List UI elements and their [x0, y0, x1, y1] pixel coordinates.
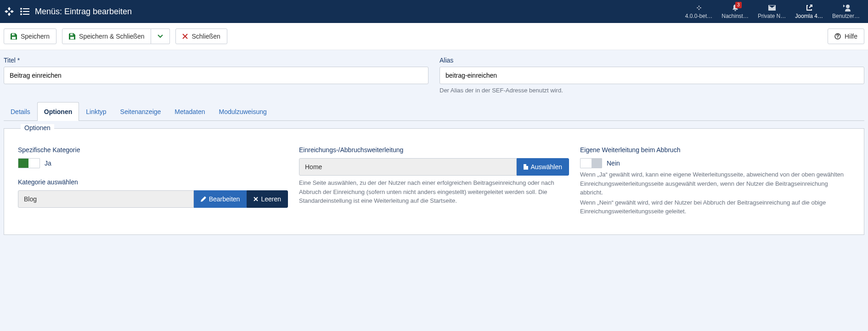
envelope-icon [768, 4, 776, 12]
page-title: Menüs: Eintrag bearbeiten [35, 7, 132, 17]
header-item-version[interactable]: 4.0.0-bet… [681, 0, 717, 23]
clear-category-label: Leeren [261, 195, 281, 203]
custom-cancel-toggle[interactable] [580, 158, 602, 168]
svg-point-0 [20, 8, 22, 10]
save-icon [11, 33, 17, 40]
edit-category-button[interactable]: Bearbeiten [194, 190, 247, 208]
header-item-label: Benutzer… [832, 13, 860, 19]
header-right: 4.0.0-bet… 3 Nachinst… Private N… Joomla… [681, 0, 864, 23]
header-item-user[interactable]: Benutzer… [828, 0, 864, 23]
option-col-1: Spezifische Kategorie Ja Kategorie auswä… [18, 143, 288, 216]
close-icon [182, 34, 188, 39]
custom-cancel-toggle-wrap: Nein [580, 158, 850, 168]
close-button[interactable]: Schließen [175, 29, 227, 44]
header-item-label: Joomla 4… [795, 13, 823, 19]
times-icon [254, 197, 258, 201]
header-item-label: Nachinst… [721, 13, 749, 19]
save-button-label: Speichern [21, 33, 50, 40]
header-left: Menüs: Eintrag bearbeiten [4, 6, 681, 17]
alias-input[interactable] [440, 67, 864, 84]
save-close-button-label: Speichern & Schließen [79, 33, 144, 40]
option-grid: Spezifische Kategorie Ja Kategorie auswä… [18, 143, 850, 216]
fieldset-legend: Optionen [21, 124, 54, 131]
custom-cancel-hint1: Wenn „Ja“ gewählt wird, kann eine eigene… [580, 170, 850, 197]
tab-details[interactable]: Details [4, 102, 37, 121]
svg-rect-3 [23, 11, 29, 12]
save-button[interactable]: Speichern [4, 29, 56, 44]
help-button[interactable]: Hilfe [828, 29, 864, 44]
tabs: Details Optionen Linktyp Seitenanzeige M… [4, 102, 864, 121]
tab-seitenanzeige[interactable]: Seitenanzeige [113, 102, 168, 121]
title-label: Titel * [4, 57, 428, 64]
chevron-down-icon [158, 34, 163, 38]
menu-toggle-icon[interactable] [20, 8, 29, 15]
header-item-site[interactable]: Joomla 4… [790, 0, 828, 23]
redirect-select-button[interactable]: Auswählen [517, 158, 569, 176]
edit-icon [201, 196, 206, 202]
tab-metadaten[interactable]: Metadaten [168, 102, 212, 121]
bell-icon: 3 [732, 4, 739, 12]
option-col-3: Eigene Weiterleitung beim Abbruch Nein W… [580, 143, 850, 216]
tab-optionen[interactable]: Optionen [37, 102, 79, 121]
file-icon [524, 164, 528, 170]
header-item-postinstall[interactable]: 3 Nachinst… [717, 0, 753, 23]
save-icon [69, 33, 75, 40]
select-category-group: Blog Bearbeiten Leeren [18, 190, 288, 208]
select-category-label: Kategorie auswählen [18, 178, 288, 186]
title-field-col: Titel * [4, 57, 428, 94]
custom-cancel-state: Nein [607, 160, 620, 167]
header-bar: Menüs: Eintrag bearbeiten 4.0.0-bet… 3 N… [0, 0, 868, 23]
header-item-label: 4.0.0-bet… [685, 13, 712, 19]
title-input[interactable] [4, 67, 428, 84]
option-col-2: Einreichungs-/Abbruchsweiterleitung Home… [299, 143, 569, 216]
help-button-label: Hilfe [845, 33, 857, 40]
redirect-select-label: Auswählen [531, 163, 563, 171]
custom-cancel-label: Eigene Weiterleitung beim Abbruch [580, 146, 850, 154]
close-button-label: Schließen [192, 33, 220, 40]
svg-rect-1 [23, 8, 29, 9]
tab-linktyp[interactable]: Linktyp [79, 102, 113, 121]
redirect-label: Einreichungs-/Abbruchsweiterleitung [299, 146, 569, 154]
external-link-icon [806, 4, 812, 12]
custom-cancel-hint2: Wenn „Nein“ gewählt wird, wird der Nutze… [580, 198, 850, 216]
edit-category-label: Bearbeiten [209, 195, 240, 203]
redirect-value: Home [299, 158, 517, 176]
svg-point-4 [20, 13, 22, 15]
svg-point-2 [20, 11, 22, 12]
joomla-icon [695, 4, 703, 12]
header-item-messages[interactable]: Private N… [753, 0, 790, 23]
save-close-group: Speichern & Schließen [62, 29, 170, 44]
clear-category-button[interactable]: Leeren [247, 190, 288, 208]
alias-field-col: Alias Der Alias der in der SEF-Adresse b… [440, 57, 864, 94]
specific-category-toggle-wrap: Ja [18, 158, 288, 168]
redirect-group: Home Auswählen [299, 158, 569, 176]
tab-modulzuweisung[interactable]: Modulzuweisung [212, 102, 274, 121]
user-icon [841, 4, 851, 12]
svg-rect-5 [23, 14, 29, 15]
alias-hint: Der Alias der in der SEF-Adresse benutzt… [440, 87, 864, 94]
specific-category-toggle[interactable] [18, 158, 40, 168]
question-icon [834, 33, 841, 40]
alias-label: Alias [440, 57, 864, 64]
tabs-container: Details Optionen Linktyp Seitenanzeige M… [0, 102, 868, 235]
select-category-value: Blog [18, 190, 194, 208]
specific-category-state: Ja [45, 160, 51, 167]
save-dropdown-button[interactable] [151, 29, 170, 44]
specific-category-label: Spezifische Kategorie [18, 146, 288, 154]
svg-point-6 [846, 5, 850, 8]
save-close-button[interactable]: Speichern & Schließen [62, 29, 151, 44]
title-area: Titel * Alias Der Alias der in der SEF-A… [0, 50, 868, 102]
notification-badge: 3 [735, 2, 742, 8]
toolbar: Speichern Speichern & Schließen Schließe… [0, 23, 868, 50]
redirect-hint: Eine Seite auswählen, zu der der Nutzer … [299, 178, 569, 205]
fieldset-optionen: Optionen Spezifische Kategorie Ja Katego… [4, 128, 864, 235]
header-item-label: Private N… [758, 13, 786, 19]
joomla-brand-icon[interactable] [4, 6, 15, 17]
